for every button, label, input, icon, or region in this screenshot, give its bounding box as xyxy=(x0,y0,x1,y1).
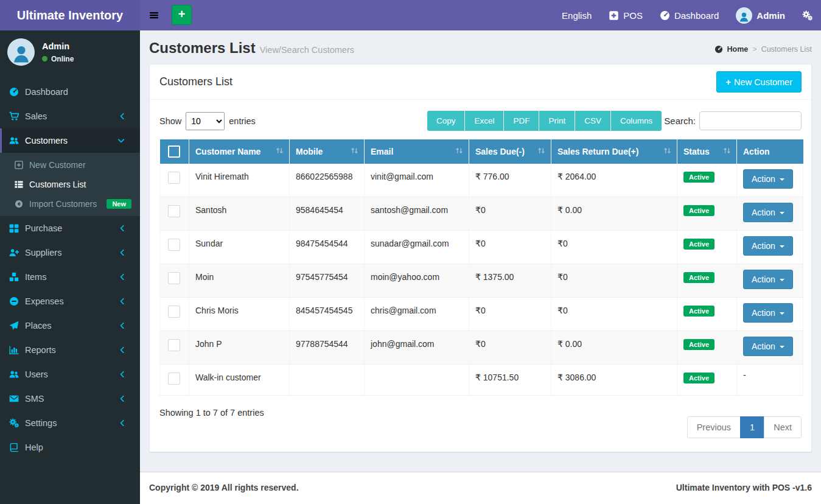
action-dropdown-button[interactable]: Action xyxy=(743,270,793,289)
sidebar-item-new-customer[interactable]: New Customer xyxy=(0,155,140,175)
action-dropdown-button[interactable]: Action xyxy=(743,236,793,256)
cell-sales-due: ₹0 xyxy=(469,331,551,365)
pdf-button[interactable]: PDF xyxy=(504,111,539,131)
action-dropdown-button[interactable]: Action xyxy=(743,169,793,189)
excel-button[interactable]: Excel xyxy=(465,111,504,131)
status-badge: Active xyxy=(683,205,714,216)
sidebar-item-dashboard[interactable]: Dashboard xyxy=(0,80,140,104)
person-icon xyxy=(738,11,750,23)
quick-add-button[interactable]: + xyxy=(172,5,192,25)
gauge-icon xyxy=(9,87,19,97)
sidebar-item-sms[interactable]: SMS xyxy=(0,387,140,411)
action-dropdown-button[interactable]: Action xyxy=(743,337,793,356)
sidebar-item-purchase[interactable]: Purchase xyxy=(0,216,140,240)
table-row: Chris Moris 845457454545 chris@gmail.com… xyxy=(160,298,803,331)
copy-button[interactable]: Copy xyxy=(427,111,466,131)
sidebar-item-reports[interactable]: Reports xyxy=(0,338,140,362)
row-checkbox[interactable] xyxy=(168,339,180,351)
nav-settings[interactable] xyxy=(794,0,821,30)
sort-icon xyxy=(350,146,359,155)
col-sales-return-due[interactable]: Sales Return Due(+) xyxy=(551,139,677,164)
select-all-header[interactable] xyxy=(160,139,189,164)
row-checkbox[interactable] xyxy=(168,272,180,284)
nav-user-menu[interactable]: Admin xyxy=(727,0,794,30)
page-length-select[interactable]: 10 xyxy=(186,112,225,130)
sidebar-item-users[interactable]: Users xyxy=(0,362,140,387)
cell-sales-due: ₹ 10751.50 xyxy=(469,365,551,396)
customers-card: Customers List +New Customer Show 10 ent… xyxy=(149,64,812,452)
search-input[interactable] xyxy=(699,111,802,130)
brand-logo[interactable]: Ultimate Inventory xyxy=(0,0,140,30)
content-area: Customers ListView/Search Customers Home… xyxy=(140,30,821,472)
sidebar-item-places[interactable]: Places xyxy=(0,313,140,338)
cell-customer-name: Walk-in customer xyxy=(189,365,290,396)
sidebar-item-sales[interactable]: Sales xyxy=(0,104,140,128)
nav-language[interactable]: English xyxy=(553,0,600,30)
chevron-down-icon xyxy=(117,138,125,143)
select-all-checkbox[interactable] xyxy=(168,145,180,158)
columns-button[interactable]: Columns xyxy=(611,111,662,131)
next-page-button[interactable]: Next xyxy=(764,416,802,438)
sidebar-user-panel: Admin Online xyxy=(0,30,140,74)
col-status[interactable]: Status xyxy=(677,139,737,164)
page-1-button[interactable]: 1 xyxy=(740,416,764,438)
plus-square-icon xyxy=(609,10,619,21)
col-customer-name[interactable]: Customer Name xyxy=(189,139,290,164)
row-checkbox[interactable] xyxy=(168,306,180,318)
new-customer-button[interactable]: +New Customer xyxy=(716,71,802,93)
table-row: John P 97788754544 john@gmail.com ₹0 ₹ 0… xyxy=(160,331,803,365)
paper-plane-icon xyxy=(9,321,19,331)
print-button[interactable]: Print xyxy=(539,111,575,131)
table-info: Showing 1 to 7 of 7 entries xyxy=(159,405,264,418)
row-checkbox[interactable] xyxy=(168,205,180,217)
cell-sales-return-due: ₹ 2064.00 xyxy=(551,164,677,197)
sidebar-item-customers[interactable]: Customers xyxy=(0,128,140,153)
nav-pos[interactable]: POS xyxy=(600,0,651,30)
gears-icon xyxy=(9,418,19,428)
pagination: Previous 1 Next xyxy=(687,416,802,438)
cell-mobile: 98475454544 xyxy=(290,231,365,264)
col-email[interactable]: Email xyxy=(365,139,469,164)
navbar-right: English POS Dashboard Admin xyxy=(553,0,821,30)
status-badge: Active xyxy=(683,239,714,250)
status-badge: Active xyxy=(683,339,714,350)
row-checkbox[interactable] xyxy=(168,239,180,251)
cell-sales-due: ₹0 xyxy=(469,197,551,231)
sidebar-item-suppliers[interactable]: Suppliers xyxy=(0,240,140,265)
sort-icon xyxy=(663,146,672,155)
customers-submenu: New Customer Customers List Import Custo… xyxy=(0,153,140,216)
breadcrumb: Home > Customers List xyxy=(714,45,812,54)
csv-button[interactable]: CSV xyxy=(575,111,611,131)
action-dropdown-button[interactable]: Action xyxy=(743,203,793,222)
sort-icon xyxy=(722,146,732,155)
previous-page-button[interactable]: Previous xyxy=(687,416,741,438)
row-checkbox[interactable] xyxy=(168,172,180,184)
breadcrumb-separator: > xyxy=(752,45,756,54)
cell-sales-due: ₹ 1375.00 xyxy=(469,264,551,298)
sidebar-item-help[interactable]: Help xyxy=(0,435,140,460)
sidebar-item-customers-list[interactable]: Customers List xyxy=(0,175,140,194)
status-badge: Active xyxy=(683,172,714,183)
sidebar-toggle-button[interactable] xyxy=(140,0,168,30)
chevron-left-icon xyxy=(120,249,125,256)
cell-email: moin@yahoo.com xyxy=(365,264,469,298)
chevron-left-icon xyxy=(120,395,125,402)
sidebar-item-import-customers[interactable]: Import CustomersNew xyxy=(0,194,140,214)
cell-sales-return-due: ₹ 0.00 xyxy=(551,331,677,365)
col-mobile[interactable]: Mobile xyxy=(290,139,365,164)
user-plus-icon xyxy=(9,248,19,257)
nav-dashboard[interactable]: Dashboard xyxy=(651,0,727,30)
col-action: Action xyxy=(737,139,803,164)
sidebar-item-expenses[interactable]: Expenses xyxy=(0,289,140,313)
row-checkbox[interactable] xyxy=(168,373,180,385)
action-dropdown-button[interactable]: Action xyxy=(743,303,793,323)
sidebar-item-items[interactable]: Items xyxy=(0,265,140,289)
cell-mobile: 9584645454 xyxy=(290,197,365,231)
breadcrumb-home[interactable]: Home xyxy=(727,45,749,54)
chevron-left-icon xyxy=(120,371,125,378)
bar-chart-icon xyxy=(9,345,19,355)
col-sales-due[interactable]: Sales Due(-) xyxy=(469,139,551,164)
sidebar-item-settings[interactable]: Settings xyxy=(0,411,140,435)
sort-icon xyxy=(275,146,284,155)
table-row: Sundar 98475454544 sunadar@gmail.com ₹0 … xyxy=(160,231,803,264)
